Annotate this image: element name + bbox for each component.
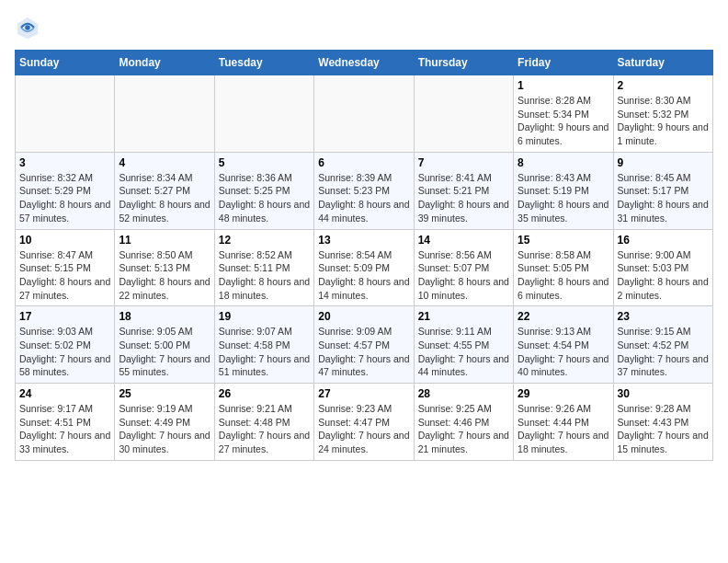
calendar-cell: 26Sunrise: 9:21 AMSunset: 4:48 PMDayligh… [214, 384, 313, 461]
day-number: 21 [418, 310, 509, 323]
calendar-cell: 19Sunrise: 9:07 AMSunset: 4:58 PMDayligh… [214, 306, 313, 384]
day-info: Sunrise: 9:15 AMSunset: 4:52 PMDaylight:… [618, 325, 709, 379]
day-info: Sunrise: 9:21 AMSunset: 4:48 PMDaylight:… [219, 402, 310, 456]
weekday-header-wednesday: Wednesday [314, 51, 414, 75]
logo [15, 15, 44, 40]
day-info: Sunrise: 8:32 AMSunset: 5:29 PMDaylight:… [19, 171, 110, 225]
day-info: Sunrise: 8:52 AMSunset: 5:11 PMDaylight:… [219, 248, 310, 303]
calendar-cell: 21Sunrise: 9:11 AMSunset: 4:55 PMDayligh… [414, 306, 513, 384]
day-number: 2 [618, 79, 709, 92]
day-number: 30 [618, 387, 709, 400]
day-info: Sunrise: 9:17 AMSunset: 4:51 PMDaylight:… [19, 402, 110, 456]
day-number: 20 [318, 310, 409, 323]
day-info: Sunrise: 9:28 AMSunset: 4:43 PMDaylight:… [618, 402, 709, 456]
day-number: 12 [219, 234, 310, 247]
day-info: Sunrise: 9:25 AMSunset: 4:46 PMDaylight:… [418, 402, 509, 456]
day-number: 26 [219, 387, 310, 400]
weekday-header-saturday: Saturday [613, 51, 712, 75]
day-number: 3 [19, 156, 110, 169]
weekday-header-friday: Friday [514, 51, 613, 75]
day-number: 18 [119, 310, 210, 323]
calendar-cell: 15Sunrise: 8:58 AMSunset: 5:05 PMDayligh… [514, 229, 613, 306]
day-number: 10 [19, 234, 110, 247]
day-number: 16 [618, 234, 709, 247]
day-info: Sunrise: 8:50 AMSunset: 5:13 PMDaylight:… [119, 248, 210, 303]
day-info: Sunrise: 9:13 AMSunset: 4:54 PMDaylight:… [518, 325, 609, 379]
day-number: 17 [19, 310, 110, 323]
calendar-cell [16, 75, 115, 153]
day-number: 11 [119, 234, 210, 247]
day-number: 24 [19, 387, 110, 400]
weekday-header-row: SundayMondayTuesdayWednesdayThursdayFrid… [16, 51, 713, 75]
day-number: 27 [318, 387, 409, 400]
calendar-cell: 5Sunrise: 8:36 AMSunset: 5:25 PMDaylight… [214, 152, 313, 229]
day-info: Sunrise: 8:54 AMSunset: 5:09 PMDaylight:… [318, 248, 409, 303]
day-info: Sunrise: 8:30 AMSunset: 5:32 PMDaylight:… [618, 94, 709, 148]
day-info: Sunrise: 8:43 AMSunset: 5:19 PMDaylight:… [518, 171, 609, 225]
calendar-cell: 18Sunrise: 9:05 AMSunset: 5:00 PMDayligh… [115, 306, 214, 384]
day-number: 8 [518, 156, 609, 169]
day-info: Sunrise: 9:07 AMSunset: 4:58 PMDaylight:… [219, 325, 310, 379]
calendar-cell: 14Sunrise: 8:56 AMSunset: 5:07 PMDayligh… [414, 229, 513, 306]
calendar-cell: 23Sunrise: 9:15 AMSunset: 4:52 PMDayligh… [613, 306, 712, 384]
calendar-cell [314, 75, 414, 153]
day-info: Sunrise: 9:09 AMSunset: 4:57 PMDaylight:… [318, 325, 409, 379]
day-info: Sunrise: 8:41 AMSunset: 5:21 PMDaylight:… [418, 171, 509, 225]
calendar-cell: 11Sunrise: 8:50 AMSunset: 5:13 PMDayligh… [115, 229, 214, 306]
calendar-week-row: 17Sunrise: 9:03 AMSunset: 5:02 PMDayligh… [16, 306, 713, 384]
day-number: 25 [119, 387, 210, 400]
page-header [15, 15, 713, 40]
calendar-cell: 25Sunrise: 9:19 AMSunset: 4:49 PMDayligh… [115, 384, 214, 461]
calendar-cell [115, 75, 214, 153]
day-info: Sunrise: 8:58 AMSunset: 5:05 PMDaylight:… [518, 248, 609, 303]
day-info: Sunrise: 9:11 AMSunset: 4:55 PMDaylight:… [418, 325, 509, 379]
calendar-cell: 24Sunrise: 9:17 AMSunset: 4:51 PMDayligh… [16, 384, 115, 461]
calendar: SundayMondayTuesdayWednesdayThursdayFrid… [15, 50, 713, 461]
calendar-week-row: 3Sunrise: 8:32 AMSunset: 5:29 PMDaylight… [16, 152, 713, 229]
calendar-cell [214, 75, 313, 153]
day-number: 5 [219, 156, 310, 169]
calendar-cell: 6Sunrise: 8:39 AMSunset: 5:23 PMDaylight… [314, 152, 414, 229]
calendar-cell [414, 75, 513, 153]
day-info: Sunrise: 8:56 AMSunset: 5:07 PMDaylight:… [418, 248, 509, 303]
weekday-header-sunday: Sunday [16, 51, 115, 75]
day-number: 6 [318, 156, 409, 169]
calendar-cell: 27Sunrise: 9:23 AMSunset: 4:47 PMDayligh… [314, 384, 414, 461]
day-number: 22 [518, 310, 609, 323]
calendar-cell: 7Sunrise: 8:41 AMSunset: 5:21 PMDaylight… [414, 152, 513, 229]
day-info: Sunrise: 9:26 AMSunset: 4:44 PMDaylight:… [518, 402, 609, 456]
day-info: Sunrise: 8:36 AMSunset: 5:25 PMDaylight:… [219, 171, 310, 225]
day-info: Sunrise: 8:45 AMSunset: 5:17 PMDaylight:… [618, 171, 709, 225]
calendar-cell: 4Sunrise: 8:34 AMSunset: 5:27 PMDaylight… [115, 152, 214, 229]
day-info: Sunrise: 8:47 AMSunset: 5:15 PMDaylight:… [19, 248, 110, 303]
calendar-cell: 1Sunrise: 8:28 AMSunset: 5:34 PMDaylight… [514, 75, 613, 153]
calendar-cell: 22Sunrise: 9:13 AMSunset: 4:54 PMDayligh… [514, 306, 613, 384]
weekday-header-monday: Monday [115, 51, 214, 75]
day-number: 1 [518, 79, 609, 92]
day-number: 15 [518, 234, 609, 247]
day-number: 13 [318, 234, 409, 247]
calendar-cell: 10Sunrise: 8:47 AMSunset: 5:15 PMDayligh… [16, 229, 115, 306]
day-number: 19 [219, 310, 310, 323]
day-info: Sunrise: 9:03 AMSunset: 5:02 PMDaylight:… [19, 325, 110, 379]
day-number: 7 [418, 156, 509, 169]
logo-icon [15, 15, 40, 40]
calendar-cell: 8Sunrise: 8:43 AMSunset: 5:19 PMDaylight… [514, 152, 613, 229]
calendar-week-row: 1Sunrise: 8:28 AMSunset: 5:34 PMDaylight… [16, 75, 713, 153]
calendar-cell: 30Sunrise: 9:28 AMSunset: 4:43 PMDayligh… [613, 384, 712, 461]
calendar-cell: 2Sunrise: 8:30 AMSunset: 5:32 PMDaylight… [613, 75, 712, 153]
calendar-cell: 17Sunrise: 9:03 AMSunset: 5:02 PMDayligh… [16, 306, 115, 384]
calendar-cell: 12Sunrise: 8:52 AMSunset: 5:11 PMDayligh… [214, 229, 313, 306]
svg-point-1 [25, 25, 30, 30]
day-number: 9 [618, 156, 709, 169]
day-info: Sunrise: 8:28 AMSunset: 5:34 PMDaylight:… [518, 94, 609, 148]
day-number: 29 [518, 387, 609, 400]
day-info: Sunrise: 8:34 AMSunset: 5:27 PMDaylight:… [119, 171, 210, 225]
day-number: 28 [418, 387, 509, 400]
day-info: Sunrise: 8:39 AMSunset: 5:23 PMDaylight:… [318, 171, 409, 225]
day-info: Sunrise: 9:23 AMSunset: 4:47 PMDaylight:… [318, 402, 409, 456]
day-info: Sunrise: 9:19 AMSunset: 4:49 PMDaylight:… [119, 402, 210, 456]
calendar-cell: 29Sunrise: 9:26 AMSunset: 4:44 PMDayligh… [514, 384, 613, 461]
calendar-week-row: 24Sunrise: 9:17 AMSunset: 4:51 PMDayligh… [16, 384, 713, 461]
calendar-cell: 16Sunrise: 9:00 AMSunset: 5:03 PMDayligh… [613, 229, 712, 306]
